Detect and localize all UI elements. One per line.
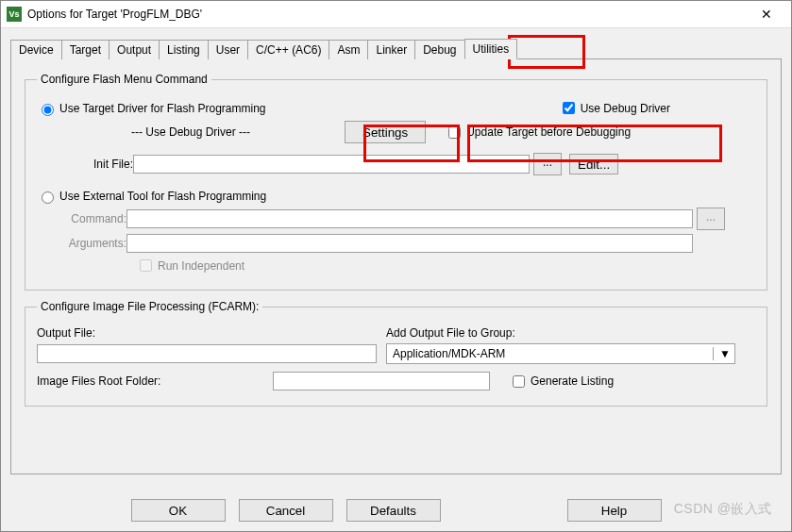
root-folder-input[interactable] [273,372,490,391]
check-run-independent-label: Run Independent [158,259,244,273]
output-file-label: Output File: [37,326,386,340]
group-fcarm: Configure Image File Processing (FCARM):… [25,300,767,407]
tab-target[interactable]: Target [61,40,110,59]
check-update-target[interactable] [448,126,461,139]
radio-use-target-driver-label: Use Target Driver for Flash Programming [59,102,266,115]
check-generate-listing[interactable] [513,375,525,388]
check-run-independent [140,259,152,272]
chevron-down-icon: ▼ [713,347,731,360]
group-select-value: Application/MDK-ARM [393,347,505,360]
tab-cpp[interactable]: C/C++ (AC6) [247,40,329,59]
root-folder-label: Image Files Root Folder: [37,374,273,388]
group-select[interactable]: Application/MDK-ARM ▼ [386,343,735,364]
tab-bar: Device Target Output Listing User C/C++ … [10,36,782,59]
command-browse-button: ... [697,208,725,230]
titlebar: Vs Options for Target 'ProgFLM_DBG' ✕ [1,1,791,28]
check-use-debug-driver-label: Use Debug Driver [581,102,670,115]
defaults-button[interactable]: Defaults [346,499,441,522]
ok-button[interactable]: OK [131,499,226,522]
dialog-buttons: OK Cancel Defaults Help [1,491,791,531]
watermark: CSDN @嵌入式 [674,501,772,518]
check-update-target-label: Update Target before Debugging [466,125,631,139]
tab-listing[interactable]: Listing [159,40,209,59]
add-to-group-label: Add Output File to Group: [386,326,515,340]
settings-button[interactable]: Settings [345,121,426,143]
tab-output[interactable]: Output [109,40,160,59]
tab-device[interactable]: Device [10,40,62,59]
output-file-input[interactable] [37,344,377,363]
group-fcarm-legend: Configure Image File Processing (FCARM): [37,300,262,313]
help-button[interactable]: Help [567,499,662,522]
init-file-browse-button[interactable]: ... [533,153,562,175]
command-label: Command: [65,212,126,225]
init-file-input[interactable] [133,155,530,174]
radio-use-target-driver[interactable] [42,104,54,116]
tab-debug[interactable]: Debug [414,40,464,59]
cancel-button[interactable]: Cancel [239,499,333,522]
init-file-label: Init File: [93,158,133,171]
close-button[interactable]: ✕ [748,7,785,22]
tab-user[interactable]: User [208,40,248,59]
arguments-input [126,234,693,253]
group-flash-menu: Configure Flash Menu Command Use Target … [25,73,767,291]
tab-asm[interactable]: Asm [329,40,368,59]
window-title: Options for Target 'ProgFLM_DBG' [27,8,748,21]
debug-driver-separator: --- Use Debug Driver --- [131,125,250,139]
app-icon: Vs [7,7,22,22]
group-flash-menu-legend: Configure Flash Menu Command [37,73,211,86]
radio-use-external-tool[interactable] [42,191,54,204]
check-generate-listing-label: Generate Listing [531,374,614,388]
command-input [126,209,693,228]
tab-page-utilities: Configure Flash Menu Command Use Target … [10,59,782,474]
tab-utilities[interactable]: Utilities [464,39,518,59]
arguments-label: Arguments: [65,237,126,250]
radio-use-external-tool-label: Use External Tool for Flash Programming [59,190,266,203]
check-use-debug-driver[interactable] [563,102,575,114]
tab-linker[interactable]: Linker [367,40,415,59]
edit-button[interactable]: Edit... [569,154,618,175]
